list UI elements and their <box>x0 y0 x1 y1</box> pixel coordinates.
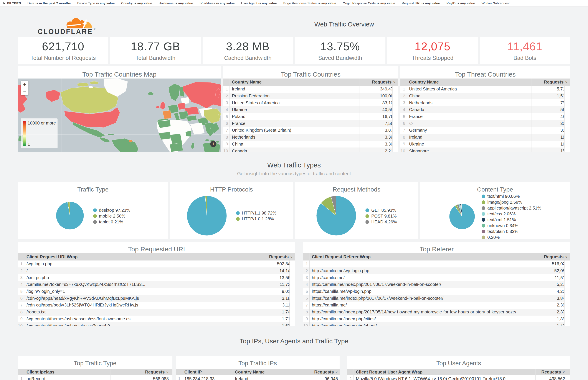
zoom-in-button[interactable]: + <box>21 81 28 88</box>
world-map[interactable]: + − 10000 or more 1 i <box>18 78 221 152</box>
column-header[interactable]: Requests∨ <box>531 78 570 86</box>
table-row: 2China1,514 <box>400 93 570 99</box>
filter-item[interactable]: Hostnameis any value <box>159 1 193 5</box>
filter-item[interactable]: Origin Response Codeis any value <box>343 1 395 5</box>
table-body[interactable]: 1/wp-login.php502,8482/14,1493/xmlrpc.ph… <box>18 261 295 326</box>
table-row: 6https://camilia.me/index.php/2017/06/17… <box>303 295 570 302</box>
column-header[interactable]: Requests∨ <box>257 253 295 261</box>
legend-item[interactable]: text/plain 0.33% <box>482 229 541 234</box>
row-index: 2 <box>400 93 407 99</box>
column-header: Country Name <box>233 370 311 375</box>
scrollbar-gutter[interactable] <box>564 86 570 152</box>
stat-label: Cached Bandwidth <box>224 55 271 61</box>
table-cell: /wp-content/themes/ashe/assets/css/font-… <box>24 316 257 322</box>
table-body[interactable]: 1185.234.218.33Ireland96,945 <box>176 375 340 380</box>
table-body[interactable]: 1noRecord568,088 <box>18 375 172 380</box>
column-header[interactable]: Requests∨ <box>360 78 398 86</box>
table-header-row: Country NameRequests∨ <box>223 78 398 86</box>
legend-item[interactable]: text/css 2.06% <box>482 211 541 216</box>
content-type-pie-chart[interactable] <box>449 203 475 230</box>
table-cell: /camilia.me?token=s3+7k6XQvKwzp5/4XSs4rh… <box>24 282 257 287</box>
legend-item[interactable]: HTTP/1.0 1.28% <box>236 216 276 221</box>
card-title: Content Type <box>420 182 570 193</box>
legend-dot <box>482 230 485 233</box>
filter-item[interactable]: User Agentis any value <box>241 1 277 5</box>
table-cell: Netherlands <box>407 100 531 105</box>
scrollbar-gutter[interactable] <box>289 261 295 326</box>
table-body[interactable]: 1United States of America5,7162China1,51… <box>400 86 570 152</box>
row-index: 4 <box>400 106 407 113</box>
zoom-out-button[interactable]: − <box>21 88 28 95</box>
stat-card: 621,710Total Number of Requests <box>18 37 108 64</box>
legend-item[interactable]: image/jpeg 2.59% <box>482 200 541 205</box>
row-index: 1 <box>400 86 407 93</box>
legend-item[interactable]: unknown 0.34% <box>482 223 541 228</box>
legend-item[interactable]: POST 9.81% <box>365 214 397 219</box>
legend-item[interactable]: text/xml 1.51% <box>482 217 541 222</box>
stat-value: 621,710 <box>42 40 84 53</box>
legend-item[interactable]: text/html 90.06% <box>482 194 541 199</box>
column-header[interactable]: Requests∨ <box>311 369 340 375</box>
legend-item[interactable]: mobile 2.56% <box>93 214 130 219</box>
row-index: 9 <box>223 141 230 148</box>
row-uri-referer: Top Requested URI Client Request URI Wra… <box>18 242 570 326</box>
table-cell: /cdn-cgi/apps/head/xVgyKhR-vV3dAUGhMqfBc… <box>24 296 257 301</box>
column-header[interactable]: Requests∨ <box>542 253 570 261</box>
table-body[interactable]: 1Mozilla/5.0 (Windows NT 6.1; WOW64; rv:… <box>347 375 570 380</box>
legend-item[interactable]: GET 85.93% <box>365 208 397 213</box>
row-index: 5 <box>223 113 230 120</box>
sort-desc-icon: ∨ <box>290 255 293 259</box>
filters-toggle[interactable]: FILTERS <box>3 1 21 5</box>
column-header[interactable]: Requests∨ <box>535 369 570 375</box>
table-cell: 96,945 <box>311 375 340 380</box>
card-content-type-pie: Content Type text/html 90.06%image/jpeg … <box>420 182 570 239</box>
table-body[interactable]: 1516,0282http://camilia.me/wp-login.php5… <box>303 261 570 326</box>
row-index: 7 <box>18 302 24 309</box>
filter-item[interactable]: Countryis any value <box>121 1 152 5</box>
table-row: 3United States of America83,100 <box>223 99 398 106</box>
table-body[interactable]: 1Ireland349,4782Russian Federation100,06… <box>223 86 398 152</box>
filter-condition: is any value <box>258 1 277 5</box>
table-header-row: Client IPCountry NameRequests∨ <box>176 369 340 375</box>
table-cell: https://camilia.me/wp-login.php <box>310 289 542 294</box>
filter-field: IP address <box>200 1 215 5</box>
filter-item[interactable]: Dateis in the past 7 months <box>27 1 71 5</box>
traffic-type-pie-chart[interactable] <box>56 202 84 230</box>
table-row: 4Ukraine40,597 <box>223 106 398 113</box>
table-row: 7https://camilia.me/2,390 <box>303 302 570 309</box>
sort-desc-icon: ∨ <box>166 370 169 374</box>
legend-item[interactable]: HEAD 4.26% <box>365 220 397 225</box>
legend-dot <box>365 214 369 218</box>
request-methods-pie-chart[interactable] <box>316 196 356 237</box>
column-header[interactable]: Requests∨ <box>111 369 172 375</box>
legend-label: text/html 90.06% <box>487 194 520 199</box>
filter-condition: is any value <box>175 1 193 5</box>
legend-item[interactable]: tablet 0.21% <box>93 220 130 225</box>
info-icon[interactable]: i <box>210 141 216 147</box>
legend-item[interactable]: application/javascript 2.51% <box>482 206 541 211</box>
table-cell: Ireland <box>230 87 360 92</box>
filter-condition: ... <box>511 1 513 5</box>
filter-item[interactable]: Device Typeis any value <box>77 1 115 5</box>
row-index: 2 <box>18 267 24 274</box>
legend-item[interactable]: HTTP/1.1 98.72% <box>236 211 276 216</box>
filter-item[interactable]: Edge Response Statusis any value <box>283 1 336 5</box>
table-row: 2Russian Federation100,061 <box>223 93 398 99</box>
filter-field: RayID <box>446 1 456 5</box>
column-header-label: Requests <box>145 370 164 375</box>
scrollbar-gutter[interactable] <box>564 261 570 326</box>
row-index: 8 <box>223 134 230 141</box>
content-type-legend: text/html 90.06%image/jpeg 2.59%applicat… <box>482 193 541 239</box>
column-header-label: Country Name <box>232 80 262 85</box>
filter-item[interactable]: RayIDis any value <box>446 1 475 5</box>
filter-item[interactable]: IP addressis any value <box>200 1 235 5</box>
scrollbar-gutter[interactable] <box>392 86 398 152</box>
row-index: 3 <box>223 99 230 106</box>
filter-item[interactable]: Worker Subrequest... <box>482 1 513 5</box>
row-index: 10 <box>223 148 230 152</box>
legend-item[interactable]: desktop 97.23% <box>93 208 130 213</box>
legend-item[interactable]: 0.20% <box>482 235 541 239</box>
map-legend-min: 1 <box>28 142 30 147</box>
filter-item[interactable]: Request URIis any value <box>402 1 440 5</box>
http-protocols-pie-chart[interactable] <box>187 196 227 237</box>
